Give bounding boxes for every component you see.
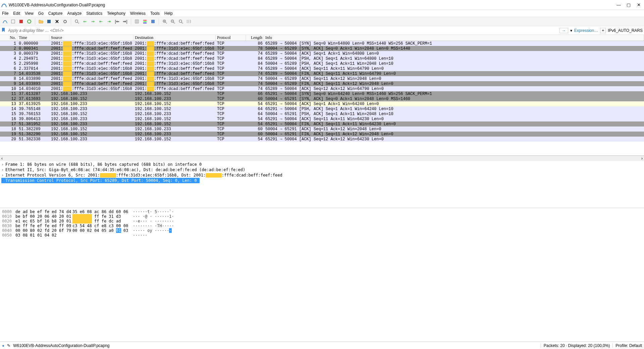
column-header[interactable]: No.	[0, 35, 17, 41]
close-button[interactable]: ✕	[637, 2, 641, 7]
expression-button[interactable]: Expression…	[574, 28, 598, 33]
menu-view[interactable]: View	[25, 11, 34, 16]
first-icon[interactable]: |⇐	[114, 18, 120, 24]
expert-info-icon[interactable]: ●	[2, 343, 4, 348]
bookmark-icon[interactable]	[1, 28, 6, 33]
app-icon	[1, 2, 7, 8]
detail-row[interactable]: ›Ethernet II, Src: Giga-Byt_e6:08:ac (74…	[1, 167, 643, 172]
menu-edit[interactable]: Edit	[13, 11, 20, 16]
menu-file[interactable]: File	[2, 11, 8, 16]
status-bar: ● ✎ W6100EVB-AddressAutoConfiguration-Du…	[0, 342, 644, 349]
window-title: W6100EVB-AddressAutoConfiguration-DualIP…	[9, 3, 616, 7]
packet-row[interactable]: 52.2959982001::fffe:dcad:beff:feef:feed2…	[0, 61, 644, 66]
svg-point-2	[28, 20, 31, 23]
svg-rect-1	[19, 20, 23, 23]
jump-icon[interactable]: ⇥	[106, 18, 112, 24]
zoom-in-icon[interactable]	[162, 18, 168, 24]
titlebar: W6100EVB-AddressAutoConfiguration-DualIP…	[0, 0, 644, 10]
packet-row[interactable]: 714.0335382001::fffe:31d3:e1ec:65bf:16b8…	[0, 71, 644, 76]
reload-icon[interactable]	[62, 18, 68, 24]
colorize-icon[interactable]	[150, 18, 156, 24]
detail-row[interactable]: ›Internet Protocol Version 6, Src: 2001:…	[1, 172, 643, 178]
packet-row[interactable]: 1751.381952192.168.100.233192.168.100.15…	[0, 121, 644, 127]
packet-list-header[interactable]: No. Time Source Destination Protocol Len…	[0, 35, 644, 41]
close-file-icon[interactable]	[54, 18, 60, 24]
packet-row[interactable]: 1137.613287192.168.100.233192.168.100.15…	[0, 91, 644, 96]
packet-row[interactable]: 1337.613925192.168.100.233192.168.100.15…	[0, 101, 644, 106]
resize-columns-icon[interactable]	[186, 18, 192, 24]
packet-row[interactable]: 1639.806413192.168.100.233192.168.100.15…	[0, 116, 644, 121]
menu-tools[interactable]: Tools	[150, 11, 160, 16]
hex-row[interactable]: 0000de ad be ef fe ed 74 d435 e6 08 ac 8…	[2, 209, 642, 214]
capture-file-icon[interactable]: ✎	[7, 343, 10, 348]
detail-row[interactable]: ›Frame 1: 86 bytes on wire (688 bits), 8…	[1, 162, 643, 167]
menu-go[interactable]: Go	[38, 11, 44, 16]
menu-statistics[interactable]: Statistics	[86, 11, 102, 16]
detail-row[interactable]: ›Transmission Control Protocol, Src Port…	[1, 178, 200, 183]
filter-dropdown-icon[interactable]: ▾	[570, 28, 572, 33]
column-header[interactable]: Source	[50, 35, 133, 41]
column-header[interactable]: Time	[17, 35, 50, 41]
column-header[interactable]: Protocol	[216, 35, 246, 41]
column-header[interactable]: Length	[246, 35, 264, 41]
svg-point-4	[75, 20, 78, 22]
menu-help[interactable]: Help	[164, 11, 173, 16]
maximize-button[interactable]: ▢	[627, 2, 631, 7]
packet-row[interactable]: 42.2949712001::fffe:31d3:e1ec:65bf:16b82…	[0, 56, 644, 61]
packet-row[interactable]: 2051.382338192.168.100.233192.168.100.15…	[0, 137, 644, 142]
packet-row[interactable]: 1014.0340102001::fffe:31d3:e1ec:65bf:16b…	[0, 86, 644, 91]
hex-row[interactable]: 0030be ff fe ef fe ed ff 09c3 54 48 cf e…	[2, 223, 642, 228]
menu-telephony[interactable]: Telephony	[107, 11, 125, 16]
filter-apply-icon[interactable]: →	[559, 28, 568, 33]
column-header[interactable]: Destination	[133, 35, 216, 41]
autoscroll-icon[interactable]	[134, 18, 140, 24]
menu-capture[interactable]: Capture	[48, 11, 63, 16]
toolbar: ⇐ ⇒ ⇤ ⇥ |⇐ ⇒|	[0, 17, 644, 26]
packet-row[interactable]: 1851.382289192.168.100.152192.168.100.23…	[0, 127, 644, 132]
prev-icon[interactable]: ⇐	[82, 18, 88, 24]
filter-bar: → ▾ Expression… + IPv6_AUTO_RARS	[0, 26, 644, 35]
save-icon[interactable]	[46, 18, 52, 24]
packet-row[interactable]: 62.3370142001::fffe:31d3:e1ec:65bf:16b82…	[0, 66, 644, 71]
hex-row[interactable]: 0020e1 ec 65 bf 16 b8 20 01 ff fe dc ad·…	[2, 219, 642, 223]
find-icon[interactable]	[74, 18, 80, 24]
filter-preset-button[interactable]: IPv6_AUTO_RARS	[608, 28, 643, 33]
column-header[interactable]: Info	[264, 35, 644, 41]
status-packets: Packets: 20 · Displayed: 20 (100,0%)	[544, 343, 610, 348]
toolbar-button[interactable]	[10, 18, 16, 24]
open-file-icon[interactable]	[38, 18, 44, 24]
menu-wireless[interactable]: Wireless	[130, 11, 146, 16]
colorize-icon[interactable]	[142, 18, 148, 24]
toolbar-button[interactable]	[26, 18, 32, 24]
packet-row[interactable]: 1539.766153192.168.100.152192.168.100.23…	[0, 111, 644, 116]
add-filter-button[interactable]: +	[600, 28, 606, 33]
packet-row[interactable]: 20.0003412001::fffe:dcad:beff:feef:feed2…	[0, 46, 644, 51]
packet-row[interactable]: 914.0338932001::fffe:dcad:beff:feef:feed…	[0, 81, 644, 86]
packet-details[interactable]: ›Frame 1: 86 bytes on wire (688 bits), 8…	[0, 161, 644, 208]
packet-row[interactable]: 814.0338902001::fffe:dcad:beff:feef:feed…	[0, 76, 644, 81]
zoom-out-icon[interactable]	[170, 18, 176, 24]
hex-row[interactable]: 0010be bf 00 20 06 40 20 01 ff fe 31 d3·…	[2, 214, 642, 219]
svg-rect-0	[11, 20, 15, 23]
hex-row[interactable]: 005003 08 01 01 04 02······	[2, 233, 642, 238]
packet-row[interactable]: 10.0000002001::fffe:31d3:e1ec:65bf:16b82…	[0, 41, 644, 46]
display-filter-input[interactable]	[7, 28, 558, 34]
packet-row[interactable]: 30.0003792001::fffe:31d3:e1ec:65bf:16b82…	[0, 51, 644, 56]
horizontal-scrollbar[interactable]	[0, 156, 644, 161]
hex-row[interactable]: 004000 00 80 02 fd 20 6f 7900 00 02 04 0…	[2, 228, 642, 233]
menu-analyze[interactable]: Analyze	[67, 11, 82, 16]
packet-row[interactable]: 1439.765148192.168.100.233192.168.100.15…	[0, 106, 644, 111]
svg-rect-8	[143, 22, 147, 23]
svg-point-12	[179, 20, 182, 22]
packet-row[interactable]: 1237.613693192.168.100.152192.168.100.23…	[0, 96, 644, 101]
zoom-reset-icon[interactable]	[178, 18, 184, 24]
toolbar-button[interactable]	[18, 18, 24, 24]
status-profile[interactable]: Profile: Default	[615, 343, 642, 348]
packet-row[interactable]: 1951.382290192.168.100.152192.168.100.23…	[0, 132, 644, 137]
last-icon[interactable]: ⇒|	[122, 18, 128, 24]
next-icon[interactable]: ⇒	[90, 18, 96, 24]
toolbar-button[interactable]	[2, 18, 8, 24]
minimize-button[interactable]: —	[616, 2, 621, 7]
jump-icon[interactable]: ⇤	[98, 18, 104, 24]
packet-bytes[interactable]: 0000de ad be ef fe ed 74 d435 e6 08 ac 8…	[0, 208, 644, 239]
